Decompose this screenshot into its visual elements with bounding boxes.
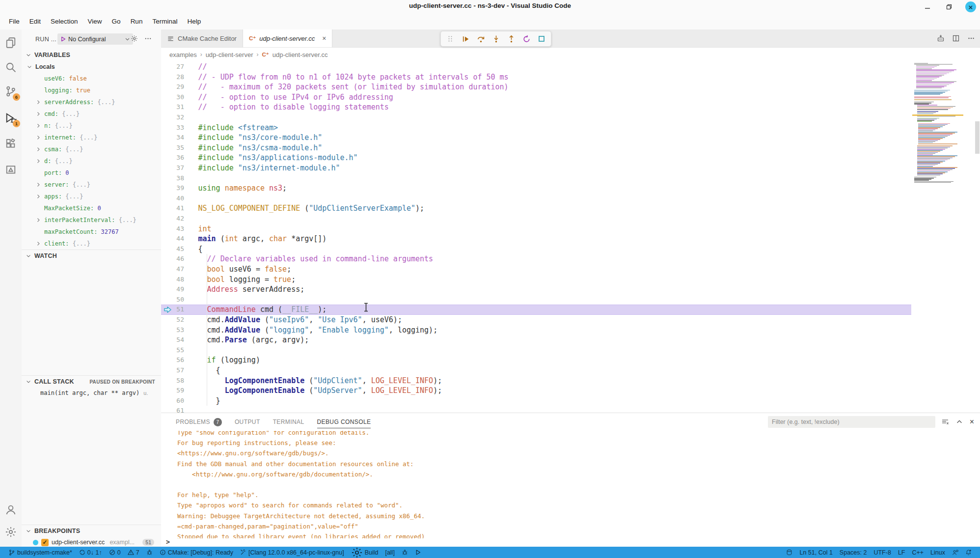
line-number[interactable]: 38 xyxy=(161,173,184,184)
line-number[interactable]: 44 xyxy=(161,234,184,244)
code-line-57[interactable]: 57 { xyxy=(161,365,980,376)
panel-tab-terminal[interactable]: TERMINAL xyxy=(273,413,304,431)
code-line-48[interactable]: 48 bool logging = true; xyxy=(161,275,980,285)
chevron-right-icon[interactable] xyxy=(35,182,41,188)
code-line-42[interactable]: 42 xyxy=(161,214,980,224)
variable-row-n[interactable]: n: {...} xyxy=(22,120,161,132)
line-number[interactable]: 39 xyxy=(161,183,184,194)
close-panel-icon[interactable]: × xyxy=(970,418,974,426)
line-number[interactable]: 50 xyxy=(161,295,184,305)
collapse-panel-icon[interactable] xyxy=(956,418,963,425)
line-number[interactable]: 29 xyxy=(161,82,184,92)
variable-row-apps[interactable]: apps: {...} xyxy=(22,191,161,202)
minimap[interactable] xyxy=(914,63,961,183)
variable-row-client[interactable]: client: {...} xyxy=(22,238,161,250)
code-line-59[interactable]: 59 LogComponentEnable ("UdpServer", LOG_… xyxy=(161,386,980,396)
chevron-right-icon[interactable] xyxy=(35,135,41,140)
close-tab-icon[interactable]: × xyxy=(322,34,326,42)
call-stack-frame[interactable]: main(int argc, char ** argv)u. xyxy=(22,387,161,399)
panel-tab-problems[interactable]: PROBLEMS7 xyxy=(176,413,222,431)
breadcrumb-item[interactable]: udp-client-server.cc xyxy=(272,51,328,58)
activity-item-run-and-debug[interactable]: 1 xyxy=(3,110,19,126)
more-actions-icon[interactable] xyxy=(967,34,975,42)
menu-item-go[interactable]: Go xyxy=(107,15,126,28)
code-line-27[interactable]: 27// xyxy=(161,62,980,72)
status-item-language-mode[interactable]: C++ xyxy=(908,549,927,556)
activity-item-settings[interactable] xyxy=(3,524,19,540)
code-line-30[interactable]: 30// - option to use IPv4 or IPv6 addres… xyxy=(161,92,980,103)
line-number[interactable]: 34 xyxy=(161,133,184,143)
line-number[interactable]: 33 xyxy=(161,123,184,133)
clear-console-icon[interactable] xyxy=(941,418,949,426)
line-number[interactable]: 41 xyxy=(161,203,184,214)
tab-cmake-cache-editor[interactable]: CMake Cache Editor xyxy=(161,29,243,47)
status-item-cmake-status[interactable]: CMake: [Debug]: Ready xyxy=(156,549,237,556)
chevron-right-icon[interactable] xyxy=(35,123,41,129)
code-line-55[interactable]: 55 xyxy=(161,345,980,356)
code-line-28[interactable]: 28// - UDP flow from n0 to n1 of 1024 by… xyxy=(161,72,980,83)
line-number[interactable]: 53 xyxy=(161,325,184,335)
variables-section-header[interactable]: VARIABLES xyxy=(22,49,161,61)
activity-item-extensions[interactable] xyxy=(3,136,19,151)
code-line-44[interactable]: 44main (int argc, char *argv[]) xyxy=(161,234,980,244)
continue-button[interactable] xyxy=(460,33,471,44)
code-line-31[interactable]: 31// - option to disable logging stateme… xyxy=(161,102,980,112)
tab-udp-client-server-cc[interactable]: C⁺udp-client-server.cc× xyxy=(243,29,333,47)
breakpoint-checkbox[interactable]: ✓ xyxy=(41,539,49,546)
close-button[interactable]: × xyxy=(965,1,976,12)
variable-row-useV6[interactable]: useV6: false xyxy=(22,73,161,84)
line-number[interactable]: 27 xyxy=(161,62,184,72)
chevron-right-icon[interactable] xyxy=(35,241,41,247)
line-number[interactable]: 58 xyxy=(161,376,184,386)
code-line-49[interactable]: 49 Address serverAddress; xyxy=(161,284,980,295)
line-number[interactable]: 47 xyxy=(161,264,184,275)
status-item-sync[interactable]: 0↓ 1↑ xyxy=(76,549,106,556)
variable-row-internet[interactable]: internet: {...} xyxy=(22,132,161,143)
code-line-45[interactable]: 45{ xyxy=(161,244,980,254)
line-number[interactable]: 57 xyxy=(161,365,184,376)
panel-tab-output[interactable]: OUTPUT xyxy=(235,413,260,431)
line-number[interactable]: 52 xyxy=(161,315,184,325)
activity-item-accounts[interactable] xyxy=(3,502,19,518)
line-number[interactable]: 45 xyxy=(161,244,184,254)
menu-item-file[interactable]: File xyxy=(4,15,25,28)
menu-item-view[interactable]: View xyxy=(83,15,107,28)
chevron-right-icon[interactable] xyxy=(35,158,41,164)
variable-row-MaxPacketSize[interactable]: MaxPacketSize: 0 xyxy=(22,202,161,214)
status-item-feedback[interactable] xyxy=(949,549,962,556)
line-number[interactable]: 28 xyxy=(161,72,184,83)
drag-handle-icon[interactable] xyxy=(445,33,456,44)
variable-row-serverAddress[interactable]: serverAddress: {...} xyxy=(22,96,161,108)
status-item-notifications[interactable] xyxy=(962,549,975,556)
code-line-40[interactable]: 40 xyxy=(161,194,980,204)
code-line-53[interactable]: 53 cmd.AddValue ("logging", "Enable logg… xyxy=(161,325,980,335)
line-number[interactable]: 30 xyxy=(161,92,184,103)
run-below-icon[interactable] xyxy=(937,34,945,42)
line-number[interactable]: 37 xyxy=(161,163,184,173)
line-number[interactable]: 46 xyxy=(161,254,184,264)
breadcrumb-item[interactable]: udp-client-server xyxy=(206,51,253,58)
code-editor[interactable]: 27//28// - UDP flow from n0 to n1 of 102… xyxy=(161,62,980,413)
chevron-down-icon[interactable] xyxy=(125,36,130,42)
code-line-39[interactable]: 39using namespace ns3; xyxy=(161,183,980,194)
breadcrumb-item[interactable]: examples xyxy=(169,51,197,58)
code-line-47[interactable]: 47 bool useV6 = false; xyxy=(161,264,980,275)
activity-item-explorer[interactable] xyxy=(3,35,19,51)
minimize-button[interactable] xyxy=(922,1,933,12)
step-into-button[interactable] xyxy=(490,33,501,44)
code-line-61[interactable]: 61 xyxy=(161,406,980,413)
breakpoint-row[interactable]: ✓udp-client-server.ccexampl...51 xyxy=(22,537,161,547)
status-item-build-target[interactable]: [all] xyxy=(381,549,398,556)
code-line-35[interactable]: 35#include "ns3/csma-module.h" xyxy=(161,143,980,153)
status-item-cursor-position[interactable]: Ln 51, Col 1 xyxy=(796,549,836,556)
line-number[interactable]: 56 xyxy=(161,355,184,365)
status-item-build[interactable]: Build xyxy=(348,547,382,558)
variable-row-server[interactable]: server: {...} xyxy=(22,179,161,191)
menu-item-help[interactable]: Help xyxy=(182,15,206,28)
variable-row-logging[interactable]: logging: true xyxy=(22,84,161,96)
step-out-button[interactable] xyxy=(506,33,517,44)
menu-item-terminal[interactable]: Terminal xyxy=(147,15,182,28)
variable-row-maxPacketCount[interactable]: maxPacketCount: 32767 xyxy=(22,226,161,238)
panel-tab-debug-console[interactable]: DEBUG CONSOLE xyxy=(317,413,371,431)
code-line-46[interactable]: 46 // Declare variables used in command-… xyxy=(161,254,980,264)
